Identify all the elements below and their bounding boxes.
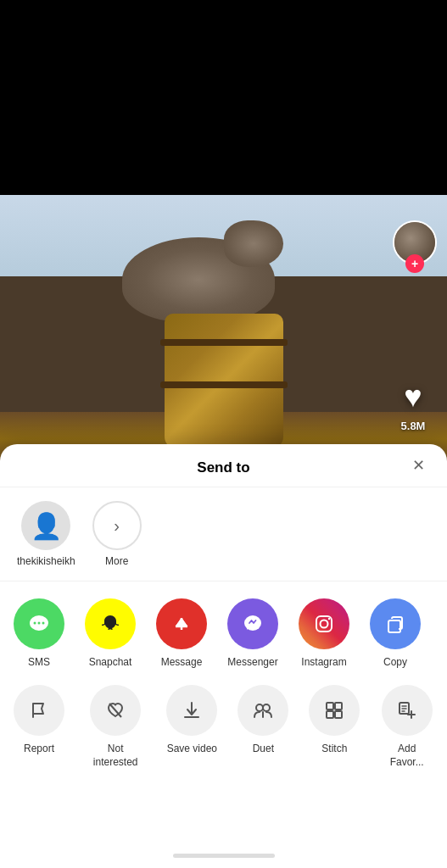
bottom-handle (173, 854, 275, 858)
instagram-label: Instagram (301, 656, 346, 668)
more-recipients-item[interactable]: › More (92, 501, 142, 567)
message-icon (156, 598, 207, 649)
snapchat-label: Snapchat (89, 656, 132, 668)
svg-rect-22 (335, 711, 342, 718)
stitch-label: Stitch (321, 743, 347, 756)
follow-button[interactable]: + (405, 254, 424, 273)
sms-label: SMS (28, 656, 50, 668)
recipient-item[interactable]: 👤 thekikisheikh (17, 501, 75, 567)
action-save-video[interactable]: Save video (166, 685, 217, 769)
share-copy[interactable]: Copy (370, 598, 421, 668)
copy-label: Copy (383, 656, 407, 668)
svg-rect-21 (327, 711, 333, 718)
instagram-icon (299, 598, 349, 649)
video-content: + ♥ 5.8M (0, 195, 447, 466)
not-interested-label: Not interested (85, 743, 146, 769)
sheet-header: Send to ✕ (0, 444, 447, 487)
action-stitch[interactable]: Stitch (309, 685, 360, 769)
like-count: 5.8M (401, 420, 426, 432)
svg-point-17 (263, 704, 270, 711)
add-favorite-label: Add Favor... (380, 743, 433, 769)
close-button[interactable]: ✕ (406, 453, 430, 477)
like-button-area[interactable]: ♥ 5.8M (392, 376, 434, 432)
svg-point-2 (34, 622, 36, 625)
share-messenger[interactable]: Messenger (227, 598, 278, 668)
share-sms[interactable]: SMS (14, 598, 64, 668)
message-label: Message (161, 656, 203, 668)
add-favorite-icon (382, 685, 433, 736)
snapchat-icon (85, 598, 136, 649)
svg-point-4 (42, 622, 45, 625)
duet-label: Duet (253, 743, 274, 756)
more-label: More (105, 555, 128, 567)
share-snapchat[interactable]: Snapchat (85, 598, 136, 668)
more-recipients-button[interactable]: › (92, 501, 142, 550)
barrel (165, 314, 283, 449)
svg-rect-19 (327, 703, 333, 709)
capybara-head (224, 220, 283, 267)
person-icon: 👤 (31, 511, 62, 541)
recipient-name: thekikisheikh (17, 555, 75, 567)
avatar-container: + (393, 220, 437, 264)
video-top-black (0, 0, 447, 195)
action-duet[interactable]: Duet (237, 685, 288, 769)
copy-icon (370, 598, 421, 649)
capybara-body (122, 237, 275, 322)
action-add-favorite[interactable]: Add Favor... (380, 685, 433, 769)
send-to-sheet: Send to ✕ 👤 thekikisheikh › More (0, 444, 447, 868)
stitch-icon (309, 685, 360, 736)
action-not-interested[interactable]: Not interested (85, 685, 146, 769)
save-video-icon (166, 685, 217, 736)
action-report[interactable]: Report (14, 685, 64, 769)
sheet-title: Send to (197, 459, 249, 476)
svg-point-3 (38, 622, 41, 625)
heart-icon: ♥ (392, 376, 434, 418)
share-message[interactable]: Message (156, 598, 207, 668)
recipients-row: 👤 thekikisheikh › More (0, 487, 447, 581)
messenger-label: Messenger (227, 656, 277, 668)
messenger-icon (227, 598, 278, 649)
svg-point-11 (328, 618, 330, 620)
svg-rect-12 (388, 620, 400, 632)
chevron-right-icon: › (114, 516, 120, 536)
recipient-avatar: 👤 (21, 501, 70, 550)
action-options-row: Report Not interested Save video (0, 685, 447, 786)
svg-point-10 (321, 620, 328, 628)
share-instagram[interactable]: Instagram (299, 598, 349, 668)
svg-point-16 (256, 704, 263, 711)
save-video-label: Save video (167, 743, 217, 756)
not-interested-icon (90, 685, 141, 736)
duet-icon (237, 685, 288, 736)
svg-rect-20 (335, 703, 342, 709)
report-label: Report (24, 743, 54, 756)
share-options-row: SMS Snapchat Message (0, 581, 447, 685)
report-icon (14, 685, 64, 736)
sms-icon (14, 598, 64, 649)
video-container: + ♥ 5.8M (0, 0, 447, 466)
